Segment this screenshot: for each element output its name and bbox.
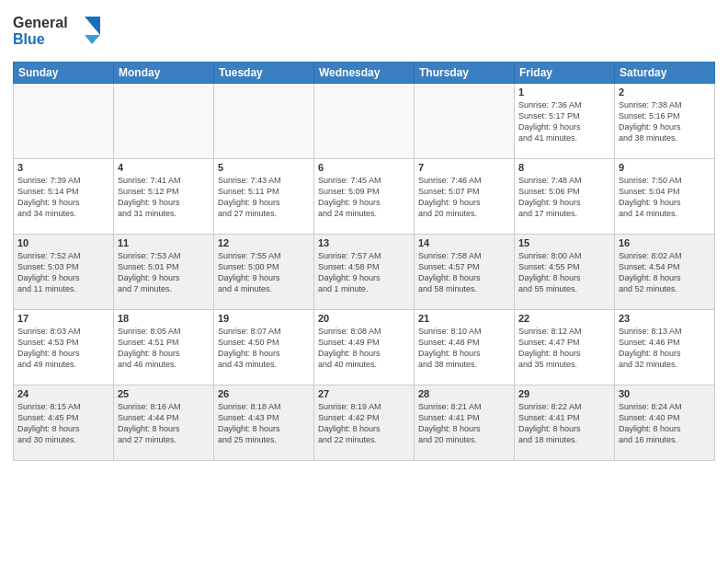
- day-info: Sunrise: 8:03 AM Sunset: 4:53 PM Dayligh…: [17, 326, 109, 371]
- calendar-week-2: 3Sunrise: 7:39 AM Sunset: 5:14 PM Daylig…: [14, 159, 715, 235]
- day-info: Sunrise: 7:46 AM Sunset: 5:07 PM Dayligh…: [418, 175, 510, 220]
- calendar-cell: 13Sunrise: 7:57 AM Sunset: 4:58 PM Dayli…: [314, 235, 415, 310]
- day-number: 24: [17, 388, 109, 399]
- calendar-cell: 24Sunrise: 8:15 AM Sunset: 4:45 PM Dayli…: [14, 385, 114, 461]
- day-info: Sunrise: 7:45 AM Sunset: 5:09 PM Dayligh…: [318, 175, 410, 220]
- day-info: Sunrise: 7:36 AM Sunset: 5:17 PM Dayligh…: [518, 99, 610, 144]
- calendar-cell: 19Sunrise: 8:07 AM Sunset: 4:50 PM Dayli…: [214, 310, 314, 385]
- day-number: 28: [418, 388, 510, 399]
- day-number: 6: [318, 162, 410, 173]
- calendar-cell: 6Sunrise: 7:45 AM Sunset: 5:09 PM Daylig…: [314, 159, 415, 235]
- day-number: 23: [619, 313, 711, 324]
- day-number: 12: [218, 237, 310, 248]
- calendar-cell: 11Sunrise: 7:53 AM Sunset: 5:01 PM Dayli…: [114, 235, 214, 310]
- day-info: Sunrise: 7:57 AM Sunset: 4:58 PM Dayligh…: [318, 250, 410, 295]
- day-number: 30: [619, 388, 711, 399]
- calendar-table: SundayMondayTuesdayWednesdayThursdayFrid…: [13, 62, 715, 461]
- calendar-cell: 10Sunrise: 7:52 AM Sunset: 5:03 PM Dayli…: [14, 235, 114, 310]
- day-info: Sunrise: 7:58 AM Sunset: 4:57 PM Dayligh…: [418, 250, 510, 295]
- calendar-cell: 20Sunrise: 8:08 AM Sunset: 4:49 PM Dayli…: [314, 310, 415, 385]
- calendar-week-5: 24Sunrise: 8:15 AM Sunset: 4:45 PM Dayli…: [14, 385, 715, 461]
- calendar-cell: 5Sunrise: 7:43 AM Sunset: 5:11 PM Daylig…: [214, 159, 314, 235]
- day-number: 1: [518, 86, 610, 98]
- calendar-cell: 4Sunrise: 7:41 AM Sunset: 5:12 PM Daylig…: [114, 159, 214, 235]
- calendar-cell: 3Sunrise: 7:39 AM Sunset: 5:14 PM Daylig…: [14, 159, 114, 235]
- day-info: Sunrise: 7:53 AM Sunset: 5:01 PM Dayligh…: [118, 250, 210, 295]
- weekday-header-thursday: Thursday: [415, 63, 515, 84]
- day-number: 3: [17, 162, 109, 173]
- logo: General Blue: [13, 9, 114, 54]
- day-info: Sunrise: 7:55 AM Sunset: 5:00 PM Dayligh…: [218, 250, 310, 295]
- day-number: 20: [318, 313, 410, 324]
- calendar-cell: 14Sunrise: 7:58 AM Sunset: 4:57 PM Dayli…: [415, 235, 515, 310]
- calendar-week-4: 17Sunrise: 8:03 AM Sunset: 4:53 PM Dayli…: [14, 310, 715, 385]
- calendar-week-3: 10Sunrise: 7:52 AM Sunset: 5:03 PM Dayli…: [14, 235, 715, 310]
- day-info: Sunrise: 7:43 AM Sunset: 5:11 PM Dayligh…: [218, 175, 310, 220]
- day-number: 18: [118, 313, 210, 324]
- calendar-cell: 1Sunrise: 7:36 AM Sunset: 5:17 PM Daylig…: [515, 84, 615, 159]
- calendar-cell: 12Sunrise: 7:55 AM Sunset: 5:00 PM Dayli…: [214, 235, 314, 310]
- day-number: 13: [318, 237, 410, 248]
- day-info: Sunrise: 8:08 AM Sunset: 4:49 PM Dayligh…: [318, 326, 410, 371]
- day-number: 4: [118, 162, 210, 173]
- calendar-cell: 25Sunrise: 8:16 AM Sunset: 4:44 PM Dayli…: [114, 385, 214, 461]
- day-number: 11: [118, 237, 210, 248]
- day-number: 8: [518, 162, 610, 173]
- calendar-cell: 28Sunrise: 8:21 AM Sunset: 4:41 PM Dayli…: [415, 385, 515, 461]
- day-number: 19: [218, 313, 310, 324]
- calendar-cell: 15Sunrise: 8:00 AM Sunset: 4:55 PM Dayli…: [515, 235, 615, 310]
- day-info: Sunrise: 8:16 AM Sunset: 4:44 PM Dayligh…: [118, 401, 210, 446]
- weekday-header-tuesday: Tuesday: [214, 63, 314, 84]
- calendar-cell: 30Sunrise: 8:24 AM Sunset: 4:40 PM Dayli…: [615, 385, 715, 461]
- svg-marker-3: [85, 35, 100, 44]
- day-info: Sunrise: 7:52 AM Sunset: 5:03 PM Dayligh…: [17, 250, 109, 295]
- day-number: 9: [619, 162, 711, 173]
- calendar-cell: 27Sunrise: 8:19 AM Sunset: 4:42 PM Dayli…: [314, 385, 415, 461]
- calendar-cell: [114, 84, 214, 159]
- day-info: Sunrise: 7:39 AM Sunset: 5:14 PM Dayligh…: [17, 175, 109, 220]
- svg-marker-2: [85, 17, 100, 35]
- day-info: Sunrise: 8:19 AM Sunset: 4:42 PM Dayligh…: [318, 401, 410, 446]
- calendar-cell: 9Sunrise: 7:50 AM Sunset: 5:04 PM Daylig…: [615, 159, 715, 235]
- day-info: Sunrise: 8:10 AM Sunset: 4:48 PM Dayligh…: [418, 326, 510, 371]
- day-info: Sunrise: 7:50 AM Sunset: 5:04 PM Dayligh…: [619, 175, 711, 220]
- header: General Blue: [13, 9, 715, 54]
- day-number: 16: [619, 237, 711, 248]
- calendar-cell: [14, 84, 114, 159]
- calendar-cell: 18Sunrise: 8:05 AM Sunset: 4:51 PM Dayli…: [114, 310, 214, 385]
- calendar-cell: [214, 84, 314, 159]
- day-number: 29: [518, 388, 610, 399]
- day-number: 21: [418, 313, 510, 324]
- calendar-cell: 7Sunrise: 7:46 AM Sunset: 5:07 PM Daylig…: [415, 159, 515, 235]
- svg-text:Blue: Blue: [13, 31, 45, 47]
- day-info: Sunrise: 7:41 AM Sunset: 5:12 PM Dayligh…: [118, 175, 210, 220]
- day-info: Sunrise: 8:05 AM Sunset: 4:51 PM Dayligh…: [118, 326, 210, 371]
- day-number: 17: [17, 313, 109, 324]
- calendar-cell: 16Sunrise: 8:02 AM Sunset: 4:54 PM Dayli…: [615, 235, 715, 310]
- day-info: Sunrise: 7:48 AM Sunset: 5:06 PM Dayligh…: [518, 175, 610, 220]
- day-info: Sunrise: 8:13 AM Sunset: 4:46 PM Dayligh…: [619, 326, 711, 371]
- day-number: 14: [418, 237, 510, 248]
- day-info: Sunrise: 8:15 AM Sunset: 4:45 PM Dayligh…: [17, 401, 109, 446]
- weekday-header-row: SundayMondayTuesdayWednesdayThursdayFrid…: [14, 63, 715, 84]
- day-number: 15: [518, 237, 610, 248]
- calendar-cell: [415, 84, 515, 159]
- day-number: 5: [218, 162, 310, 173]
- calendar-cell: 29Sunrise: 8:22 AM Sunset: 4:41 PM Dayli…: [515, 385, 615, 461]
- svg-text:General: General: [13, 15, 68, 30]
- weekday-header-friday: Friday: [515, 63, 615, 84]
- weekday-header-wednesday: Wednesday: [314, 63, 415, 84]
- day-info: Sunrise: 8:07 AM Sunset: 4:50 PM Dayligh…: [218, 326, 310, 371]
- day-info: Sunrise: 8:24 AM Sunset: 4:40 PM Dayligh…: [619, 401, 711, 446]
- calendar-cell: 21Sunrise: 8:10 AM Sunset: 4:48 PM Dayli…: [415, 310, 515, 385]
- day-info: Sunrise: 8:18 AM Sunset: 4:43 PM Dayligh…: [218, 401, 310, 446]
- calendar-cell: 8Sunrise: 7:48 AM Sunset: 5:06 PM Daylig…: [515, 159, 615, 235]
- day-number: 22: [518, 313, 610, 324]
- page-container: General Blue SundayMondayTuesdayWednesda…: [0, 0, 728, 563]
- day-number: 25: [118, 388, 210, 399]
- calendar-cell: 2Sunrise: 7:38 AM Sunset: 5:16 PM Daylig…: [615, 84, 715, 159]
- day-info: Sunrise: 8:12 AM Sunset: 4:47 PM Dayligh…: [518, 326, 610, 371]
- calendar-cell: 23Sunrise: 8:13 AM Sunset: 4:46 PM Dayli…: [615, 310, 715, 385]
- day-info: Sunrise: 8:22 AM Sunset: 4:41 PM Dayligh…: [518, 401, 610, 446]
- day-number: 26: [218, 388, 310, 399]
